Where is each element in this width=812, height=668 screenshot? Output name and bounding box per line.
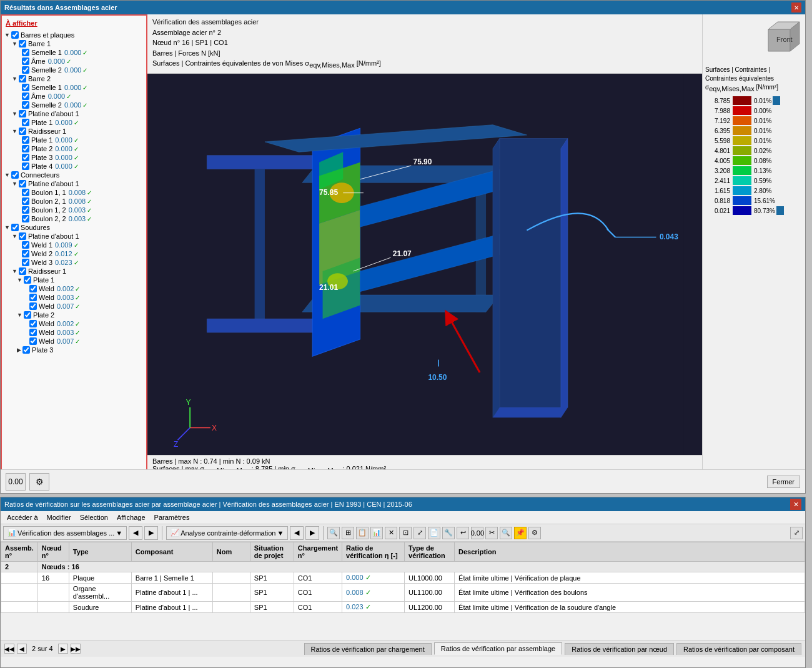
checkbox-weld1[interactable] [22, 241, 29, 249]
analyse-next[interactable]: ▶ [305, 526, 319, 540]
tree-item-connecteurs[interactable]: ▼ Connecteurs [4, 171, 144, 179]
prev-btn[interactable]: ◀ [129, 526, 142, 540]
checkbox-raidisseur-s1[interactable] [19, 267, 26, 275]
fermer-top-button[interactable]: Fermer [767, 476, 800, 488]
expand-icon[interactable]: ▼ [12, 233, 17, 239]
checkbox-platine-c1[interactable] [19, 180, 26, 187]
checkbox-semelle2-b2[interactable] [22, 101, 29, 109]
col-ratio[interactable]: Ratio de vérification η [-] [342, 542, 405, 562]
menu-parametres[interactable]: Paramètres [151, 512, 194, 522]
tool-icon-highlight[interactable]: 📌 [514, 527, 527, 539]
checkbox-ame-b2[interactable] [22, 92, 29, 100]
tree-item-barre1[interactable]: ▼ Barre 1 [4, 39, 144, 48]
checkbox-plate1-r1[interactable] [22, 136, 29, 144]
bottom-close-button[interactable]: ✕ [790, 499, 801, 510]
tool-icon-5[interactable]: ✕ [385, 527, 397, 539]
checkbox-weld-p2-2[interactable] [29, 329, 37, 336]
checkbox-boulon12[interactable] [22, 206, 29, 214]
col-noeud[interactable]: Nœud n° [37, 542, 69, 562]
expand-icon[interactable]: ▼ [12, 111, 17, 117]
checkbox-boulon11[interactable] [22, 189, 29, 196]
col-situation[interactable]: Situation de projet [250, 542, 294, 562]
tool-icon-15[interactable]: ⚙ [528, 527, 541, 539]
tool-icon-10[interactable]: ↩ [457, 527, 469, 539]
menu-modifier[interactable]: Modifier [43, 512, 75, 522]
collapse-icon[interactable]: ▶ [17, 347, 21, 353]
page-last-btn[interactable]: ▶▶ [71, 644, 81, 654]
menu-acceder[interactable]: Accéder à [3, 512, 42, 522]
analyse-dropdown[interactable]: 📈 Analyse contrainte-déformation ▼ [166, 526, 288, 540]
checkbox-boulon21[interactable] [22, 197, 29, 205]
expand-icon[interactable]: ▼ [17, 277, 22, 283]
checkbox-platine-s1[interactable] [19, 232, 26, 240]
tool-icon-11[interactable]: 0.00 [471, 527, 483, 539]
tab-par-composant[interactable]: Ratios de vérification par composant [676, 643, 801, 655]
next-btn[interactable]: ▶ [144, 526, 158, 540]
checkbox-plate4-r1[interactable] [22, 162, 29, 170]
page-next-btn[interactable]: ▶ [58, 644, 68, 654]
top-close-button[interactable]: ✕ [791, 2, 801, 12]
tab-par-noeud[interactable]: Ratios de vérification par nœud [565, 643, 674, 655]
col-nom[interactable]: Nom [212, 542, 250, 562]
tree-item-raidisseur-s1[interactable]: ▼ Raidisseur 1 [4, 267, 144, 276]
checkbox-weld3[interactable] [22, 259, 29, 266]
tool-icon-1[interactable]: 🔍 [327, 527, 340, 539]
checkbox-plate1-pa1[interactable] [22, 119, 29, 126]
tab-par-assemblage[interactable]: Ratios de vérification par assemblage [434, 642, 562, 655]
checkbox-plate3-r1[interactable] [22, 154, 29, 161]
tree-item-barre2[interactable]: ▼ Barre 2 [4, 74, 144, 83]
checkbox-soudures[interactable] [11, 224, 19, 231]
col-composant[interactable]: Composant [131, 542, 212, 562]
checkbox-weld-p1-1[interactable] [29, 285, 37, 292]
checkbox-semelle1-b1[interactable] [22, 49, 29, 56]
checkbox-connecteurs[interactable] [11, 171, 19, 179]
tool-icon-4[interactable]: 📊 [370, 527, 383, 539]
checkbox-weld2[interactable] [22, 250, 29, 257]
checkbox-barre1[interactable] [19, 40, 26, 47]
expand-icon[interactable]: ▼ [12, 128, 17, 134]
page-first-btn[interactable]: ◀◀ [4, 644, 14, 654]
tool-icon-8[interactable]: 📄 [428, 527, 440, 539]
expand-icon[interactable]: ▼ [12, 41, 17, 47]
tree-item-barres-plaques[interactable]: ▼ Barres et plaques [4, 31, 144, 39]
checkbox-weld-p2-1[interactable] [29, 320, 37, 327]
checkbox-semelle1-b2[interactable] [22, 84, 29, 91]
expand-icon[interactable]: ▼ [12, 76, 17, 82]
tool-icon-13[interactable]: 🔍 [500, 527, 512, 539]
tool-icon-9[interactable]: 🔧 [442, 527, 455, 539]
3d-viewport[interactable]: 75.90 75.85 21.07 21.01 0.043 [147, 74, 702, 455]
col-type[interactable]: Type [69, 542, 131, 562]
col-assemb[interactable]: Assemb. n° [1, 542, 38, 562]
checkbox-weld-p2-3[interactable] [29, 337, 37, 345]
expand-icon[interactable]: ▼ [12, 181, 17, 187]
tree-item-plate1-s1[interactable]: ▼ Plate 1 [4, 276, 144, 284]
checkbox-plate2-s1[interactable] [24, 311, 31, 319]
checkbox-weld-p1-3[interactable] [29, 302, 37, 310]
tree-item-plate3-s1[interactable]: ▶ Plate 3 [4, 346, 144, 354]
col-desc[interactable]: Description [455, 542, 805, 562]
expand-icon[interactable]: ▼ [4, 224, 10, 231]
checkbox-semelle2-b1[interactable] [22, 66, 29, 74]
checkbox-ame-b1[interactable] [22, 57, 29, 65]
col-type-verif[interactable]: Type de vérification [405, 542, 455, 562]
col-chargement[interactable]: Chargement n° [294, 542, 342, 562]
checkbox-platine-about1[interactable] [19, 110, 26, 117]
value-display-btn[interactable]: 0.00 [6, 473, 26, 491]
checkbox-plate1-s1[interactable] [24, 276, 31, 284]
checkbox-barres-plaques[interactable] [11, 31, 19, 39]
tree-item-platine-about1[interactable]: ▼ Platine d'about 1 [4, 109, 144, 118]
tree-item-platine-s1[interactable]: ▼ Platine d'about 1 [4, 232, 144, 241]
menu-affichage[interactable]: Affichage [113, 512, 149, 522]
expand-icon[interactable]: ▼ [12, 268, 17, 274]
tool-icon-6[interactable]: ⊡ [399, 527, 412, 539]
tree-item-platine-c1[interactable]: ▼ Platine d'about 1 [4, 179, 144, 188]
tree-item-plate2-s1[interactable]: ▼ Plate 2 [4, 311, 144, 319]
tool-icon-2[interactable]: ⊞ [342, 527, 354, 539]
checkbox-boulon22[interactable] [22, 215, 29, 222]
tool-icon-3[interactable]: 📋 [356, 527, 369, 539]
expand-icon[interactable]: ▼ [17, 312, 22, 318]
settings-btn[interactable]: ⚙ [29, 473, 49, 491]
expand-icon[interactable]: ▼ [4, 172, 10, 178]
tree-item-soudures[interactable]: ▼ Soudures [4, 223, 144, 232]
page-prev-btn[interactable]: ◀ [17, 644, 27, 654]
